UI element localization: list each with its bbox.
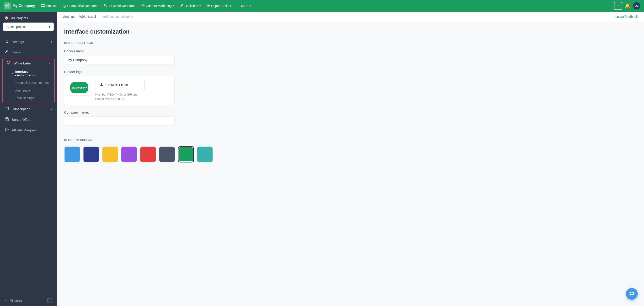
svg-rect-3 bbox=[8, 6, 9, 7]
sub-bullet-2: · bbox=[12, 81, 13, 85]
sidebar-sub-item-interface-customization[interactable]: • Interface customization bbox=[3, 68, 54, 79]
sidebar-item-white-label-group: White Label ▴ • Interface customization … bbox=[2, 58, 54, 103]
project-select[interactable]: Select project ▾ bbox=[3, 22, 54, 31]
sidebar-item-users[interactable]: Users bbox=[0, 47, 57, 57]
header-logo-group: Header logo: my company UPDATE LOGO bbox=[64, 70, 253, 105]
company-name-group: Company name: bbox=[64, 110, 253, 126]
main-content: Settings › White Label › Interface custo… bbox=[57, 12, 644, 306]
minimize-button[interactable]: ← Minimize bbox=[4, 299, 22, 303]
svg-rect-4 bbox=[41, 3, 43, 5]
minimize-label: Minimize bbox=[10, 299, 22, 303]
nav-item-content-marketing[interactable]: Content Marketing ▾ bbox=[138, 2, 176, 9]
sidebar-item-subscription[interactable]: Subscription ▾ bbox=[0, 104, 57, 114]
brand-icon bbox=[4, 2, 11, 9]
update-logo-label: UPDATE LOGO bbox=[106, 83, 128, 87]
nav-item-projects[interactable]: Projects bbox=[39, 2, 60, 9]
sidebar-all-projects[interactable]: 🏠 All Projects bbox=[0, 12, 57, 22]
app-layout: 🏠 All Projects Select project ▾ ⚙ Settin… bbox=[0, 12, 644, 306]
white-label-sub-items: • Interface customization · Personal dom… bbox=[3, 68, 54, 103]
breadcrumb-sep-1: › bbox=[76, 15, 78, 18]
breadcrumb-bar: Settings › White Label › Interface custo… bbox=[57, 12, 644, 22]
nav-item-report-builder[interactable]: Report Builder bbox=[204, 2, 234, 9]
backlinks-icon bbox=[180, 3, 184, 8]
color-swatch-blue[interactable] bbox=[64, 146, 80, 162]
color-swatches bbox=[64, 146, 253, 162]
logo-actions: UPDATE LOGO Must be JPEG, PNG, or GIF an… bbox=[95, 80, 145, 101]
upload-icon bbox=[100, 82, 104, 87]
subscription-chevron: ▾ bbox=[51, 108, 52, 111]
project-select-wrapper: Select project ▾ bbox=[0, 22, 57, 35]
sub-bullet-1: • bbox=[12, 71, 13, 75]
sidebar-item-white-label[interactable]: White Label ▴ bbox=[3, 58, 54, 68]
breadcrumb-current: Interface customization bbox=[101, 15, 133, 18]
color-swatch-dark[interactable] bbox=[159, 146, 175, 162]
content-marketing-chevron: ▾ bbox=[173, 4, 174, 7]
nav-label-competitive-research: Competitive Research bbox=[67, 4, 98, 8]
color-swatch-navy[interactable] bbox=[83, 146, 99, 162]
breadcrumb: Settings › White Label › Interface custo… bbox=[63, 15, 133, 18]
chat-bubble[interactable] bbox=[626, 288, 638, 300]
header-settings-section-title: HEADER SETTINGS bbox=[64, 41, 253, 45]
sub-item-personal-domain-label: Personal domain names bbox=[14, 81, 48, 85]
breadcrumb-settings[interactable]: Settings bbox=[63, 15, 75, 18]
sidebar: 🏠 All Projects Select project ▾ ⚙ Settin… bbox=[0, 12, 57, 306]
sidebar-sub-item-email-settings[interactable]: · Email settings bbox=[3, 94, 54, 102]
update-logo-button[interactable]: UPDATE LOGO bbox=[95, 80, 145, 90]
sidebar-item-affiliate-program-label: Affiliate Program bbox=[12, 128, 37, 132]
color-swatch-yellow[interactable] bbox=[102, 146, 118, 162]
help-icon: ? bbox=[49, 299, 50, 303]
sidebar-item-settings-label: Settings bbox=[12, 40, 24, 44]
header-logo-label: Header logo: bbox=[64, 70, 253, 74]
logo-upload-area: my company UPDATE LOGO Must be JPEG, PNG… bbox=[64, 76, 175, 105]
svg-point-8 bbox=[104, 4, 106, 6]
sidebar-sub-item-login-page[interactable]: · Login page bbox=[3, 87, 54, 94]
all-projects-label: All Projects bbox=[11, 16, 28, 20]
bonus-offers-icon bbox=[4, 117, 9, 122]
user-avatar[interactable]: DC bbox=[633, 2, 640, 9]
keyword-research-icon bbox=[104, 3, 108, 8]
brand-name: My Company bbox=[13, 4, 35, 8]
color-swatch-teal[interactable] bbox=[197, 146, 213, 162]
nav-item-backlinks[interactable]: Backlinks ▾ bbox=[178, 2, 203, 9]
sub-bullet-3: · bbox=[12, 88, 13, 92]
sidebar-item-affiliate-program[interactable]: Affiliate Program bbox=[0, 125, 57, 136]
sidebar-item-settings[interactable]: ⚙ Settings ▾ bbox=[0, 37, 57, 47]
more-chevron: ▾ bbox=[250, 4, 251, 7]
svg-rect-6 bbox=[41, 6, 43, 7]
color-swatch-purple[interactable] bbox=[121, 146, 137, 162]
info-icon[interactable]: i bbox=[131, 30, 132, 34]
leave-feedback-link[interactable]: Leave feedback bbox=[615, 15, 638, 18]
svg-point-15 bbox=[6, 50, 8, 52]
sidebar-sub-item-personal-domain[interactable]: · Personal domain names bbox=[3, 79, 54, 87]
help-button[interactable]: ? bbox=[47, 298, 52, 303]
chevron-down-icon: ▾ bbox=[49, 25, 50, 29]
nav-item-more[interactable]: ··· More ▾ bbox=[234, 2, 253, 9]
svg-rect-18 bbox=[5, 107, 8, 110]
svg-point-17 bbox=[8, 62, 9, 63]
nav-label-content-marketing: Content Marketing bbox=[146, 4, 172, 8]
svg-rect-7 bbox=[43, 6, 45, 7]
header-name-group: Header name: bbox=[64, 49, 253, 64]
color-swatch-green[interactable] bbox=[178, 146, 194, 162]
nav-item-keyword-research[interactable]: Keyword Research bbox=[102, 2, 138, 9]
sub-item-email-settings-label: Email settings bbox=[14, 96, 34, 100]
competitive-research-icon: ◎ bbox=[63, 4, 66, 8]
company-name-input[interactable] bbox=[64, 117, 175, 126]
breadcrumb-sep-2: › bbox=[98, 15, 99, 18]
add-button[interactable]: + bbox=[614, 2, 622, 10]
breadcrumb-white-label[interactable]: White Label bbox=[79, 15, 96, 18]
color-swatch-red[interactable] bbox=[140, 146, 156, 162]
nav-label-keyword-research: Keyword Research bbox=[109, 4, 136, 8]
brand[interactable]: My Company bbox=[4, 2, 35, 9]
logo-preview: my company bbox=[68, 80, 90, 96]
white-label-icon bbox=[6, 61, 11, 66]
subscription-icon bbox=[4, 106, 9, 112]
notifications-bell[interactable]: 🔔 bbox=[624, 2, 631, 9]
nav-label-more: More bbox=[241, 4, 248, 8]
nav-item-competitive-research[interactable]: ◎ Competitive Research bbox=[60, 2, 101, 9]
logo-hint: Must be JPEG, PNG, or GIF and cannot exc… bbox=[95, 92, 145, 101]
white-label-chevron: ▴ bbox=[49, 62, 50, 65]
header-name-input[interactable] bbox=[64, 55, 175, 64]
content-marketing-icon bbox=[141, 3, 144, 8]
sidebar-item-bonus-offers[interactable]: Bonus Offers bbox=[0, 114, 57, 125]
